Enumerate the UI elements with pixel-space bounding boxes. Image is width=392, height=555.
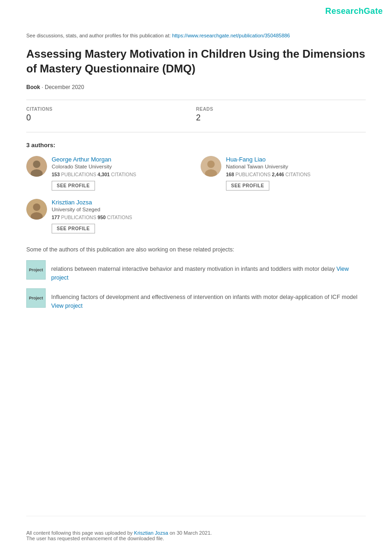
author-stats-1: 153 PUBLICATIONS 4,301 CITATIONS <box>52 172 191 177</box>
author-name-2[interactable]: Hua-Fang Liao <box>226 156 366 163</box>
project-item-2: Project Influencing factors of developme… <box>26 288 366 310</box>
author-card-2: Hua-Fang Liao National Taiwan University… <box>201 156 366 194</box>
author-affiliation-1: Colorado State University <box>52 164 191 169</box>
reads-value: 2 <box>196 113 366 123</box>
project-description-1: relations between maternal interactive b… <box>51 266 336 272</box>
author-2-citations: 2,446 <box>272 172 284 177</box>
reads-block: READS 2 <box>196 107 366 123</box>
related-projects-heading: Some of the authors of this publication … <box>26 246 366 253</box>
researchgate-logo: ResearchGate <box>325 6 383 16</box>
project-link-2[interactable]: View project <box>51 303 83 309</box>
reads-label: READS <box>196 107 366 112</box>
author-3-citations: 950 <box>98 215 106 220</box>
header-bar: ResearchGate <box>0 0 392 21</box>
publication-type: Book <box>26 84 40 90</box>
author-affiliation-3: University of Szeged <box>52 207 196 212</box>
see-profile-btn-3[interactable]: SEE PROFILE <box>52 224 95 233</box>
stats-divider-bottom <box>26 132 366 132</box>
see-discussions-notice: See discussions, stats, and author profi… <box>26 33 366 38</box>
project-text-2: Influencing factors of development and e… <box>51 288 366 310</box>
author-details-2: Hua-Fang Liao National Taiwan University… <box>226 156 366 191</box>
svg-point-4 <box>208 161 215 168</box>
see-profile-btn-2[interactable]: SEE PROFILE <box>226 181 269 191</box>
footer-enhancement-line: The user has requested enhancement of th… <box>26 536 366 541</box>
author-name-1[interactable]: George Arthur Morgan <box>52 156 191 163</box>
footer: All content following this page was uplo… <box>26 516 366 541</box>
author-stats-2: 168 PUBLICATIONS 2,446 CITATIONS <box>226 172 366 177</box>
author-details-3: Krisztian Jozsa University of Szeged 177… <box>52 199 196 233</box>
project-description-2: Influencing factors of development and e… <box>51 294 357 300</box>
project-icon-label-1: Project <box>29 268 43 272</box>
svg-point-7 <box>33 203 41 211</box>
author-name-3[interactable]: Krisztian Jozsa <box>52 199 196 206</box>
author-1-citations: 4,301 <box>98 172 110 177</box>
author-details-1: George Arthur Morgan Colorado State Univ… <box>52 156 191 191</box>
author-info-row-1: George Arthur Morgan Colorado State Univ… <box>26 156 191 191</box>
authors-top-row: George Arthur Morgan Colorado State Univ… <box>26 156 366 194</box>
author-3-publications: 177 <box>52 215 60 220</box>
publication-date: December 2020 <box>45 84 84 90</box>
author-avatar-3 <box>26 199 47 220</box>
project-icon-1: Project <box>26 260 46 280</box>
author-affiliation-2: National Taiwan University <box>226 164 366 169</box>
publication-link[interactable]: https://www.researchgate.net/publication… <box>172 33 290 38</box>
author-1-publications: 153 <box>52 172 60 177</box>
svg-point-1 <box>33 161 41 168</box>
paper-title: Assessing Mastery Motivation in Children… <box>26 47 366 77</box>
citations-label: CITATIONS <box>26 107 196 112</box>
publication-date-separator: · <box>42 84 45 90</box>
project-text-1: relations between maternal interactive b… <box>51 260 366 282</box>
project-item-1: Project relations between maternal inter… <box>26 260 366 282</box>
citations-block: CITATIONS 0 <box>26 107 196 123</box>
project-icon-label-2: Project <box>29 296 43 300</box>
related-projects-section: Some of the authors of this publication … <box>26 246 366 310</box>
authors-heading: 3 authors: <box>26 142 366 149</box>
stats-divider-top <box>26 100 366 100</box>
author-info-row-2: Hua-Fang Liao National Taiwan University… <box>201 156 366 191</box>
stats-row: CITATIONS 0 READS 2 <box>26 107 366 123</box>
notice-text: See discussions, stats, and author profi… <box>26 33 172 38</box>
footer-text-2: on 30 March 2021. <box>170 530 212 536</box>
author-card-3: Krisztian Jozsa University of Szeged 177… <box>26 199 196 237</box>
see-profile-btn-1[interactable]: SEE PROFILE <box>52 181 95 191</box>
author-stats-3: 177 PUBLICATIONS 950 CITATIONS <box>52 215 196 220</box>
author-2-publications: 168 <box>226 172 234 177</box>
author-info-row-3: Krisztian Jozsa University of Szeged 177… <box>26 199 196 233</box>
footer-uploader-link[interactable]: Krisztian Jozsa <box>134 530 168 536</box>
author-avatar-2 <box>201 156 221 177</box>
author-card-1: George Arthur Morgan Colorado State Univ… <box>26 156 191 194</box>
footer-text-1: All content following this page was uplo… <box>26 530 134 536</box>
authors-bottom-row: Krisztian Jozsa University of Szeged 177… <box>26 199 366 237</box>
publication-type-row: Book · December 2020 <box>26 84 366 90</box>
author-avatar-1 <box>26 156 47 177</box>
project-icon-2: Project <box>26 288 46 308</box>
footer-upload-line: All content following this page was uplo… <box>26 530 366 536</box>
citations-value: 0 <box>26 113 196 123</box>
